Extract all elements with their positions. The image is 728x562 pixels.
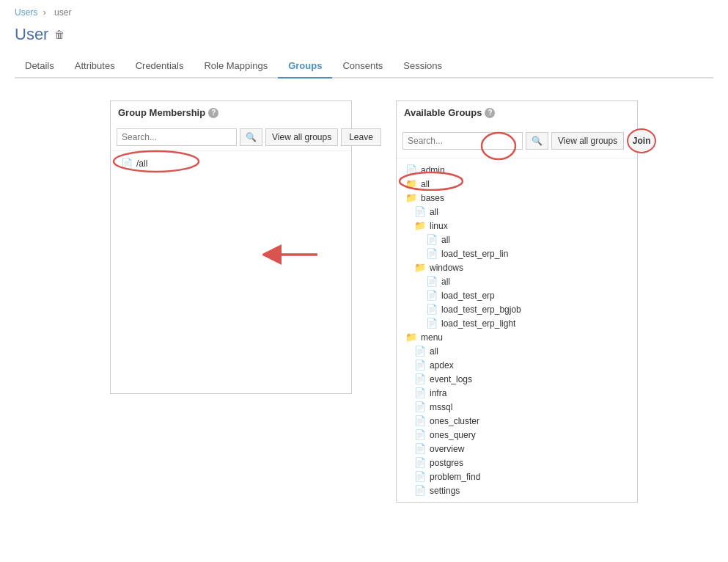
file-icon: 📄 <box>414 346 426 357</box>
list-item[interactable]: 📄 all <box>400 233 634 247</box>
list-item[interactable]: 📄 overview <box>400 442 634 456</box>
available-groups-help-icon[interactable]: ? <box>485 108 495 118</box>
group-membership-search-input[interactable] <box>117 128 237 146</box>
folder-icon: 📁 <box>405 332 417 343</box>
tab-attributes[interactable]: Attributes <box>65 54 125 79</box>
list-item[interactable]: 📄 load_test_erp_lin <box>400 247 634 260</box>
list-item[interactable]: 📄 admin <box>400 163 634 177</box>
list-item[interactable]: 📄 ones_cluster <box>400 414 634 428</box>
available-groups-panel: Available Groups ? 🔍 View all groups Joi… <box>396 101 638 503</box>
list-item[interactable]: 📁 windows <box>400 260 634 274</box>
file-icon: 📄 <box>414 443 426 454</box>
group-membership-search-button[interactable]: 🔍 <box>240 128 262 146</box>
list-item[interactable]: 📄 load_test_erp <box>400 288 634 302</box>
list-item[interactable]: 📄 postgres <box>400 456 634 470</box>
trash-icon[interactable]: 🗑 <box>54 29 65 40</box>
group-membership-content: 📄 /all <box>111 151 351 175</box>
folder-icon: 📁 <box>405 192 417 203</box>
list-item[interactable]: 📄 problem_find <box>400 470 634 483</box>
file-icon: 📄 <box>426 276 438 287</box>
available-groups-toolbar: 🔍 View all groups Join <box>397 124 637 158</box>
breadcrumb: Users › user <box>15 7 713 18</box>
list-item[interactable]: 📄 load_test_erp_bgjob <box>400 302 634 316</box>
list-item[interactable]: 📄 apdex <box>400 358 634 372</box>
file-icon: 📄 <box>414 401 426 412</box>
panels-container: Group Membership ? 🔍 View all groups Lea… <box>15 93 713 503</box>
group-membership-toolbar: 🔍 View all groups Leave <box>111 124 351 151</box>
file-icon: 📄 <box>414 415 426 426</box>
tab-credentials[interactable]: Credentials <box>125 54 194 79</box>
list-item[interactable]: 📁 all <box>400 177 634 191</box>
available-groups-content: 📄 admin 📁 all 📁 bases 📄 all 📁 linux <box>397 158 637 502</box>
list-item[interactable]: 📄 infra <box>400 386 634 400</box>
available-groups-search-button[interactable]: 🔍 <box>526 132 548 150</box>
file-icon: 📄 <box>121 158 133 169</box>
available-groups-search-input[interactable] <box>402 132 523 150</box>
list-item[interactable]: 📁 linux <box>400 219 634 233</box>
folder-icon: 📁 <box>405 178 417 189</box>
list-item[interactable]: 📄 ones_query <box>400 428 634 442</box>
file-icon: 📄 <box>414 485 426 496</box>
file-icon: 📄 <box>426 304 438 315</box>
tabs-bar: Details Attributes Credentials Role Mapp… <box>15 54 713 79</box>
available-groups-view-all-button[interactable]: View all groups <box>551 132 624 150</box>
available-groups-title: Available Groups <box>404 107 482 118</box>
list-item[interactable]: 📄 event_logs <box>400 372 634 386</box>
group-membership-item-label: /all <box>136 158 147 169</box>
tab-role-mappings[interactable]: Role Mappings <box>194 54 278 79</box>
breadcrumb-users-link[interactable]: Users <box>15 7 37 18</box>
available-groups-header: Available Groups ? <box>397 101 637 124</box>
list-item[interactable]: 📄 all <box>400 344 634 358</box>
folder-icon: 📁 <box>414 262 426 273</box>
list-item[interactable]: 📄 mssql <box>400 400 634 414</box>
file-icon: 📄 <box>405 164 417 175</box>
group-membership-title: Group Membership <box>118 107 205 118</box>
group-membership-help-icon[interactable]: ? <box>208 108 218 118</box>
folder-icon: 📁 <box>414 220 426 231</box>
group-membership-header: Group Membership ? <box>111 101 351 124</box>
file-icon: 📄 <box>414 429 426 440</box>
file-icon: 📄 <box>414 373 426 384</box>
tab-details[interactable]: Details <box>15 54 65 79</box>
file-icon: 📄 <box>426 318 438 329</box>
breadcrumb-current: user <box>54 7 71 18</box>
tab-groups[interactable]: Groups <box>278 54 332 79</box>
group-membership-panel: Group Membership ? 🔍 View all groups Lea… <box>110 101 352 394</box>
file-icon: 📄 <box>414 457 426 468</box>
file-icon: 📄 <box>426 290 438 301</box>
file-icon: 📄 <box>414 387 426 398</box>
list-item[interactable]: 📄 all <box>400 274 634 288</box>
available-groups-join-button[interactable]: Join <box>627 128 656 153</box>
file-icon: 📄 <box>414 360 426 371</box>
file-icon: 📄 <box>414 206 426 217</box>
group-membership-leave-button[interactable]: Leave <box>341 128 381 146</box>
file-icon: 📄 <box>414 471 426 482</box>
file-icon: 📄 <box>426 234 438 245</box>
group-membership-item-all[interactable]: 📄 /all <box>114 156 155 171</box>
list-item[interactable]: 📁 bases <box>400 191 634 205</box>
page-title-container: User 🗑 <box>15 25 713 44</box>
tab-sessions[interactable]: Sessions <box>393 54 452 79</box>
file-icon: 📄 <box>426 248 438 259</box>
list-item[interactable]: 📄 all <box>400 205 634 219</box>
page-title: User <box>15 25 48 44</box>
group-membership-view-all-button[interactable]: View all groups <box>265 128 338 146</box>
list-item[interactable]: 📁 menu <box>400 330 634 344</box>
breadcrumb-separator: › <box>43 7 48 18</box>
list-item[interactable]: 📄 settings <box>400 483 634 497</box>
tab-consents[interactable]: Consents <box>332 54 393 79</box>
list-item[interactable]: 📄 load_test_erp_light <box>400 316 634 330</box>
